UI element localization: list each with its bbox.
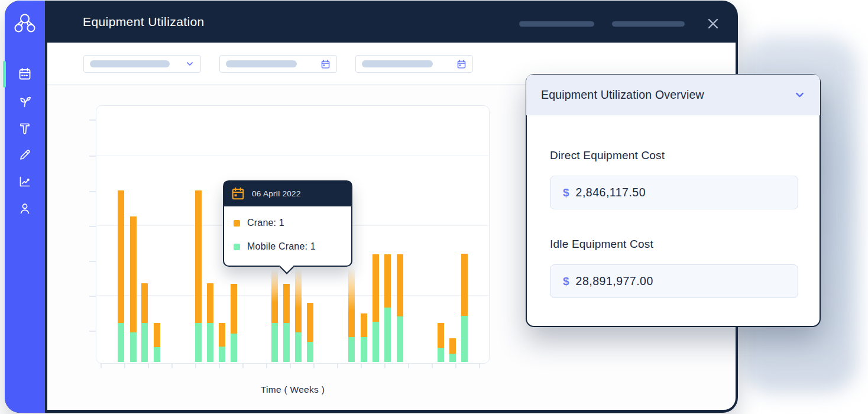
mobile-crane-segment (154, 347, 160, 362)
tooltip-date: 06 April 2022 (252, 189, 301, 198)
stacked-bar-7[interactable] (231, 284, 237, 362)
stacked-bar-9[interactable] (283, 284, 290, 362)
y-axis-tick (89, 261, 96, 262)
crane-segment (307, 303, 313, 342)
sidebar-item-tools[interactable] (18, 121, 32, 135)
hammer-icon (18, 121, 32, 135)
tooltip-series-row: Crane: 1 (234, 218, 342, 228)
mobile-crane-segment (195, 323, 202, 362)
y-axis-tick (89, 296, 96, 297)
gridline (96, 295, 489, 296)
mobile-crane-segment (384, 308, 391, 362)
x-axis-tick (101, 363, 102, 368)
crane-segment (384, 254, 391, 308)
stacked-bar-19[interactable] (461, 254, 468, 362)
close-icon (706, 17, 720, 31)
close-button[interactable] (706, 17, 720, 31)
series-value-text: Mobile Crane: 1 (247, 241, 316, 252)
overview-panel-header[interactable]: Equipment Utilization Overview (526, 75, 820, 115)
chevron-down-icon[interactable] (793, 89, 806, 101)
stacked-bar-17[interactable] (438, 323, 444, 362)
header-skeleton-1 (519, 21, 594, 27)
stacked-bar-1[interactable] (130, 216, 137, 362)
x-axis-tick (290, 363, 291, 368)
overview-panel: Equipment Utilization Overview Direct Eq… (526, 74, 821, 327)
stacked-bar-2[interactable] (141, 283, 148, 362)
x-axis-tick (337, 363, 338, 368)
mobile-crane-segment (397, 316, 403, 362)
direct-cost-label: Direct Equipment Cost (550, 149, 665, 162)
stacked-bar-16[interactable] (397, 254, 403, 362)
x-axis-tick (313, 363, 315, 368)
calendar-icon (320, 59, 331, 69)
x-axis-tick (266, 363, 267, 368)
x-axis-tick (479, 363, 480, 368)
sidebar-item-reports[interactable] (18, 174, 32, 189)
mobile-crane-segment (283, 323, 290, 362)
stacked-bar-12[interactable] (348, 268, 355, 362)
filter-date-start[interactable] (219, 55, 337, 73)
tooltip-series-row: Mobile Crane: 1 (234, 241, 342, 252)
stacked-bar-3[interactable] (154, 323, 160, 362)
chart-tooltip: 06 April 2022 Crane: 1Mobile Crane: 1 (223, 180, 352, 267)
sidebar-item-growth[interactable] (18, 94, 32, 108)
sidebar-item-schedule[interactable] (18, 67, 32, 81)
stacked-bar-14[interactable] (373, 254, 379, 362)
page-title: Equipment Utilization (83, 15, 205, 29)
series-swatch (234, 244, 240, 250)
mobile-crane-segment (118, 323, 124, 362)
filter-select[interactable] (83, 55, 201, 73)
crane-segment (219, 323, 225, 347)
tooltip-header: 06 April 2022 (224, 181, 352, 206)
mobile-crane-segment (231, 334, 237, 362)
idle-cost-value: 28,891,977.00 (576, 274, 653, 288)
active-item-indicator (3, 61, 6, 88)
stacked-bar-6[interactable] (219, 323, 225, 362)
filter-date-end[interactable] (355, 55, 473, 73)
series-value-text: Crane: 1 (247, 218, 284, 228)
chevron-down-icon (185, 59, 195, 69)
y-axis-tick (89, 119, 96, 121)
stacked-bar-8[interactable] (271, 269, 278, 362)
x-axis-tick (219, 363, 220, 368)
crane-segment (118, 190, 124, 323)
screen: Equipment Utilization (0, 0, 868, 414)
filter-skeleton (226, 60, 297, 67)
crane-segment (449, 338, 456, 354)
mobile-crane-segment (141, 323, 148, 362)
stacked-bar-15[interactable] (384, 254, 391, 362)
x-axis-tick (195, 363, 196, 368)
sidebar-item-profile[interactable] (18, 201, 32, 215)
crane-segment (373, 254, 379, 322)
mobile-crane-segment (307, 342, 313, 362)
stacked-bar-13[interactable] (361, 313, 367, 362)
crane-segment (154, 323, 160, 347)
stacked-bar-5[interactable] (207, 283, 213, 362)
mobile-crane-segment (130, 332, 137, 362)
stacked-bar-0[interactable] (118, 190, 124, 362)
idle-cost-input[interactable]: $ 28,891,977.00 (550, 264, 798, 298)
stacked-bar-18[interactable] (449, 338, 456, 362)
mobile-crane-segment (461, 316, 468, 362)
x-axis-tick (455, 363, 456, 368)
sidebar-item-edit[interactable] (18, 148, 32, 162)
sidebar (5, 1, 45, 413)
filter-skeleton (362, 60, 433, 67)
stacked-bar-4[interactable] (195, 190, 202, 362)
y-axis-tick (89, 226, 96, 227)
crane-segment (141, 283, 148, 323)
brand-logo (13, 11, 37, 35)
crane-segment (231, 284, 237, 334)
header-skeleton-2 (612, 21, 685, 27)
pencil-icon (18, 148, 32, 162)
direct-cost-input[interactable]: $ 2,846,117.50 (550, 176, 798, 209)
x-axis-tick (242, 363, 244, 368)
calendar-icon (231, 187, 245, 200)
stacked-bar-10[interactable] (295, 269, 302, 362)
stacked-bar-11[interactable] (307, 303, 313, 362)
calendar-icon (456, 59, 467, 69)
plant-icon (18, 94, 32, 108)
chart-line-icon (18, 174, 32, 189)
crane-segment (348, 268, 355, 337)
filter-skeleton (90, 60, 170, 67)
